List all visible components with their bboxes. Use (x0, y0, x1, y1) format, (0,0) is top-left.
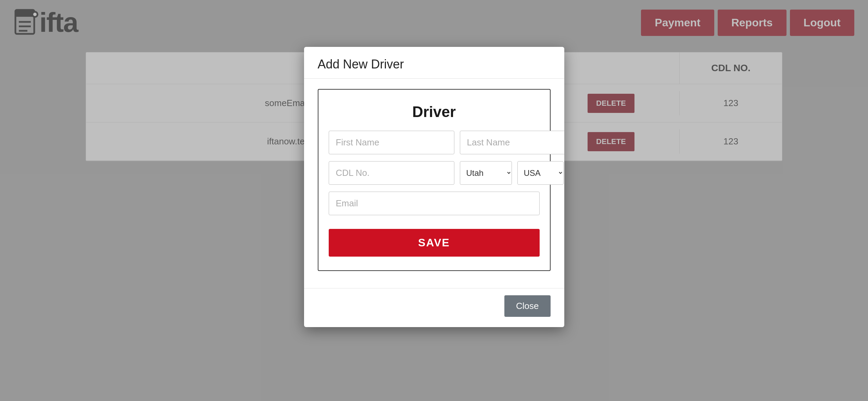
modal-title: Add New Driver (318, 57, 551, 72)
modal-overlay: Add New Driver Driver Utah (0, 0, 868, 401)
last-name-input[interactable] (460, 131, 564, 154)
driver-card-title: Driver (329, 103, 540, 120)
country-select[interactable]: USA Canada Mexico (517, 161, 564, 185)
first-name-input[interactable] (329, 131, 454, 154)
add-driver-modal: Add New Driver Driver Utah (304, 47, 564, 327)
cdl-row: Utah Alabama Alaska Arizona Arkansas Cal… (329, 161, 540, 185)
name-row (329, 131, 540, 154)
modal-footer: Close (304, 288, 564, 327)
email-row (329, 192, 540, 215)
modal-body: Driver Utah Alabama Alaska Arizona (304, 79, 564, 288)
state-select[interactable]: Utah Alabama Alaska Arizona Arkansas Cal… (460, 161, 512, 185)
close-button[interactable]: Close (504, 295, 550, 317)
page-background: ifta Payment Reports Logout EMAIL CDL NO… (0, 0, 868, 401)
cdl-number-input[interactable] (329, 161, 454, 185)
driver-card: Driver Utah Alabama Alaska Arizona (318, 89, 551, 271)
modal-header: Add New Driver (304, 47, 564, 79)
email-input[interactable] (329, 192, 540, 215)
save-button[interactable]: SAVE (329, 229, 540, 257)
